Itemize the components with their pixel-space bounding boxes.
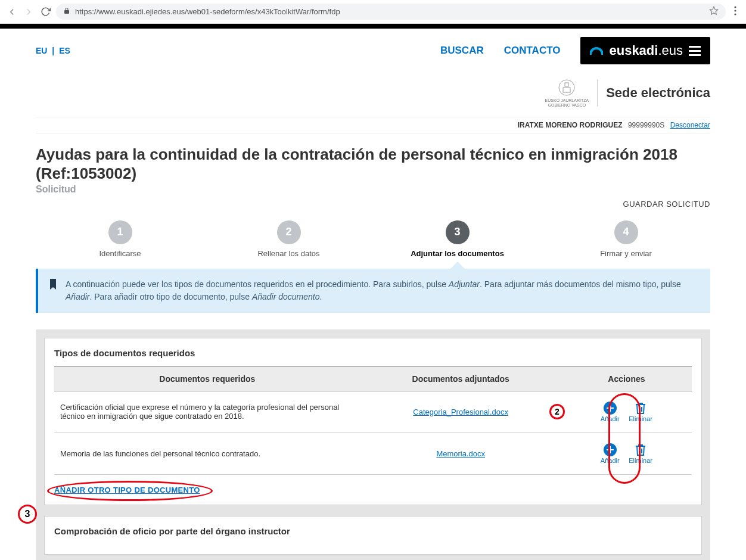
star-icon[interactable]: [709, 6, 719, 17]
info-text: A continuación puede ver los tipos de do…: [66, 278, 700, 303]
doc-req-1: Memoria de las funciones del personal té…: [54, 433, 360, 474]
language-selector: EU | ES: [36, 46, 70, 55]
reload-button[interactable]: [39, 6, 51, 18]
browser-toolbar: https://www.euskadi.ejiedes.eus/web01-se…: [0, 0, 746, 24]
required-docs-panel: Tipos de documentos requeridos Documento…: [44, 338, 702, 505]
add-button-1[interactable]: Añadir: [601, 443, 620, 464]
step-arrow-icon: [450, 262, 465, 269]
bookmark-icon: [49, 279, 57, 303]
kebab-menu-icon[interactable]: [731, 6, 740, 18]
annotation-3: 3: [18, 505, 37, 524]
docs-table: Documentos requeridos Documentos adjunta…: [54, 366, 692, 475]
arc-icon: [590, 43, 603, 58]
url-text: https://www.euskadi.ejiedes.eus/web01-se…: [75, 7, 704, 16]
gov-logo: EUSKO JAURLARITZAGOBIERNO VASCO: [545, 79, 589, 107]
step-3-number: 3: [446, 220, 470, 244]
docs-outer: Tipos de documentos requeridos Documento…: [36, 329, 710, 560]
brand-suffix: .eus: [658, 43, 683, 58]
step-4-number: 4: [614, 220, 638, 244]
svg-rect-12: [607, 449, 614, 450]
step-2: 2 Rellenar los datos: [204, 220, 373, 269]
user-id: 99999990S: [628, 121, 664, 129]
verification-panel: Comprobación de oficio por parte del órg…: [44, 516, 702, 555]
doc-file-0[interactable]: Categoria_Profesional.docx: [413, 407, 508, 416]
annotation-2: 2: [549, 404, 565, 419]
svg-marker-0: [710, 7, 717, 14]
svg-point-2: [734, 10, 736, 11]
euskadi-badge[interactable]: euskadi.eus: [580, 37, 710, 64]
panel-title: Tipos de documentos requeridos: [54, 348, 692, 358]
trash-icon: [629, 443, 652, 457]
site-header: EU | ES BUSCAR CONTACTO euskadi.eus: [0, 29, 746, 73]
plus-circle-icon: [601, 443, 620, 457]
save-request-link[interactable]: GUARDAR SOLICITUD: [36, 200, 710, 209]
lang-separator: |: [52, 46, 54, 55]
step-4-label: Firmar y enviar: [542, 249, 710, 258]
page-subtitle: Solicitud: [36, 184, 710, 195]
info-box: A continuación puede ver los tipos de do…: [36, 269, 710, 313]
doc-file-1[interactable]: Memoria.docx: [436, 449, 485, 458]
step-4: 4 Firmar y enviar: [542, 220, 710, 269]
delete-button-1[interactable]: Eliminar: [629, 443, 652, 464]
brand-name: euskadi: [609, 43, 658, 58]
step-3: 3 Adjuntar los documentos: [373, 220, 542, 269]
panel2-title: Comprobación de oficio por parte del órg…: [54, 526, 692, 536]
svg-rect-9: [607, 407, 614, 409]
col-actions: Acciones: [561, 366, 692, 391]
col-attached: Documentos adjuntados: [360, 366, 561, 391]
step-1: 1 Identificarse: [36, 220, 204, 269]
lock-icon: [63, 7, 70, 16]
doc-row-1: Memoria de las funciones del personal té…: [54, 433, 692, 474]
step-1-label: Identificarse: [36, 249, 204, 258]
annotation-3-wrap: 3: [18, 505, 37, 524]
back-button[interactable]: [6, 6, 18, 18]
logout-link[interactable]: Desconectar: [670, 121, 710, 129]
top-black-bar: [0, 24, 746, 29]
sede-title: Sede electrónica: [606, 85, 710, 101]
delete-button-0[interactable]: Eliminar: [629, 401, 652, 422]
title-block: Ayudas para la continuidad de la contrat…: [36, 145, 710, 194]
stepper: 1 Identificarse 2 Rellenar los datos 3 A…: [36, 220, 710, 269]
sede-row: EUSKO JAURLARITZAGOBIERNO VASCO Sede ele…: [0, 73, 746, 117]
plus-circle-icon: [601, 401, 620, 415]
add-button-0[interactable]: Añadir: [601, 401, 620, 422]
gov-line1: EUSKO JAURLARITZA: [545, 98, 589, 102]
svg-point-1: [734, 6, 736, 8]
user-name: IRATXE MORENO RODRIGUEZ: [518, 121, 623, 129]
step-3-label: Adjuntar los documentos: [373, 249, 542, 258]
address-bar[interactable]: https://www.euskadi.ejiedes.eus/web01-se…: [56, 4, 726, 20]
svg-rect-5: [565, 83, 568, 86]
user-row: IRATXE MORENO RODRIGUEZ 99999990S Descon…: [36, 117, 710, 133]
lang-eu-link[interactable]: EU: [36, 46, 47, 55]
doc-row-0: Certificación oficial que exprese el núm…: [54, 391, 692, 433]
forward-button[interactable]: [23, 6, 35, 18]
step-2-label: Rellenar los datos: [204, 249, 373, 258]
col-required: Documentos requeridos: [54, 366, 360, 391]
step-1-number: 1: [108, 220, 132, 244]
svg-rect-6: [563, 88, 570, 92]
contacto-link[interactable]: CONTACTO: [504, 45, 561, 57]
hamburger-icon[interactable]: [689, 46, 701, 56]
lang-es-link[interactable]: ES: [59, 46, 70, 55]
svg-point-3: [734, 13, 736, 15]
doc-req-0: Certificación oficial que exprese el núm…: [54, 391, 360, 433]
add-another-doc-type[interactable]: AÑADIR OTRO TIPO DE DOCUMENTO: [54, 486, 200, 494]
trash-icon: [629, 401, 652, 415]
step-2-number: 2: [277, 220, 301, 244]
page-title: Ayudas para la continuidad de la contrat…: [36, 145, 710, 182]
gov-line2: GOBIERNO VASCO: [548, 103, 586, 107]
buscar-link[interactable]: BUSCAR: [440, 45, 484, 57]
